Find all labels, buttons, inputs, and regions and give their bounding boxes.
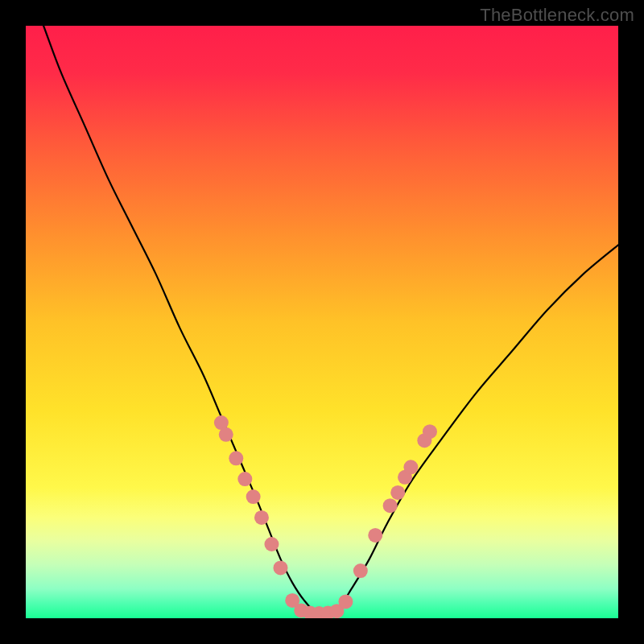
marker-dot [273,560,287,575]
marker-dot [246,489,261,504]
marker-dot [383,498,398,513]
marker-dot [237,472,252,486]
marker-dot [423,424,437,439]
plot-area [26,26,618,618]
marker-dot [390,485,405,500]
chart-frame: TheBottleneck.com [0,0,644,644]
bottleneck-curve [26,26,618,613]
marker-dot [338,594,353,609]
marker-dot [219,427,233,442]
marker-dot [353,564,368,578]
watermark-text: TheBottleneck.com [480,5,634,26]
curve-layer [26,26,618,618]
marker-dot [368,528,382,543]
marker-dot [254,510,269,525]
marker-dot [229,451,243,465]
marker-dot [403,460,418,474]
highlight-dots [214,415,437,618]
marker-dot [264,537,279,551]
